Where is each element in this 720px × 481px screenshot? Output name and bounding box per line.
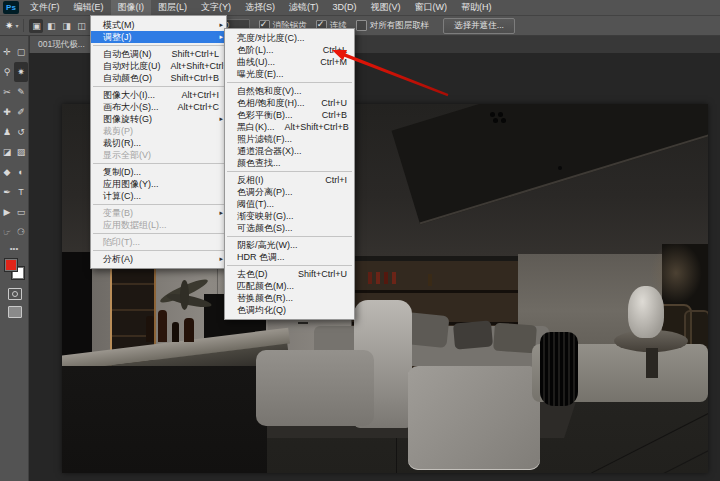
adjustments-submenu-item[interactable]: 曲线(U)... Ctrl+M ▸ [225,56,354,68]
scene-sofa-chaise [256,350,374,426]
photoshop-window: { "app": {"logo_text": "Ps"}, "menubar":… [0,0,720,481]
adjustments-submenu-item[interactable]: 色相/饱和度(H)... Ctrl+U ▸ [225,97,354,109]
adjustments-submenu-item[interactable]: 黑白(K)... Alt+Shift+Ctrl+B ▸ [225,121,354,133]
scene-sofa-pillow [493,323,537,354]
options-checkbox[interactable]: 对所有图层取样 [356,20,430,32]
scene-sofa-pillow [453,320,493,349]
magic-wand-option-icon[interactable]: ✷▾ [5,20,18,31]
new-selection-icon[interactable]: ▣ [29,19,43,33]
magic-wand-tool-icon[interactable]: ✷ [14,62,28,82]
image-menu-item[interactable]: 模式(M) ▸ [91,19,226,31]
adjustments-submenu-item[interactable]: 阴影/高光(W)... ▸ [225,239,354,251]
lasso-tool-icon[interactable]: ⚲ [0,62,14,82]
adjustments-submenu-item[interactable]: HDR 色调... ▸ [225,251,354,263]
menubar-item[interactable]: 图层(L) [151,0,194,15]
eyedropper-tool-icon[interactable]: ✎ [14,82,28,102]
edit-toolbar-icon[interactable]: ••• [0,244,28,253]
menubar-item[interactable]: 视图(V) [364,0,408,15]
menubar-item[interactable]: 编辑(E) [67,0,111,15]
blur-tool-icon[interactable]: ◆ [0,162,14,182]
menu-bar: Ps 文件(F)编辑(E)图像(I)图层(L)文字(Y)选择(S)滤镜(T)3D… [0,0,720,16]
dropdown-caret-icon: ▾ [15,22,18,29]
scene-spotlight [490,112,495,117]
menubar-item[interactable]: 选择(S) [238,0,282,15]
adjustments-submenu-item[interactable]: 自然饱和度(V)... ▸ [225,85,354,97]
image-menu-item[interactable]: 变量(B) ▸ [91,207,226,219]
image-menu-item[interactable]: 分析(A) ▸ [91,253,226,265]
adjustments-submenu-item[interactable]: 通道混合器(X)... ▸ [225,145,354,157]
add-selection-icon[interactable]: ◧ [44,19,58,33]
healing-brush-tool-icon[interactable]: ✚ [0,102,14,122]
image-menu-item[interactable]: 复制(D)... ▸ [91,166,226,178]
menubar-item[interactable]: 帮助(H) [454,0,499,15]
adjustments-submenu-item[interactable]: 阈值(T)... ▸ [225,198,354,210]
submenu-arrow-icon: ▸ [219,207,223,219]
dodge-tool-icon[interactable]: ◐ [14,162,28,182]
scene-spotlight [558,166,562,170]
menubar-item[interactable]: 图像(I) [111,0,152,15]
subtract-selection-icon[interactable]: ◨ [59,19,73,33]
scene-counter-bottle [172,322,179,342]
menubar-item[interactable]: 文件(F) [23,0,67,15]
adjustments-submenu-item[interactable]: 可选颜色(S)... ▸ [225,222,354,234]
adjustments-submenu-item[interactable]: 颜色查找... ▸ [225,157,354,169]
screen-mode-icon[interactable] [8,306,22,318]
image-menu-item[interactable]: 画布大小(S)... Alt+Ctrl+C ▸ [91,101,226,113]
image-menu-item[interactable]: 应用图像(Y)... ▸ [91,178,226,190]
gradient-tool-icon[interactable]: ▨ [14,142,28,162]
photoshop-logo-icon: Ps [3,1,19,14]
image-menu-item[interactable]: 裁剪(P) ▸ [91,125,226,137]
adjustments-submenu-item[interactable]: 曝光度(E)... ▸ [225,68,354,80]
adjustments-submenu-item[interactable]: 色调分离(P)... ▸ [225,186,354,198]
adjustments-submenu-item[interactable]: 色彩平衡(B)... Ctrl+B ▸ [225,109,354,121]
type-tool-icon[interactable]: T [14,182,28,202]
image-menu-item[interactable]: 自动对比度(U) Alt+Shift+Ctrl+L ▸ [91,60,226,72]
image-menu-item[interactable]: 陷印(T)... ▸ [91,236,226,248]
move-tool-icon[interactable]: ✛ [0,42,14,62]
quick-mask-icon[interactable] [8,288,22,300]
image-menu-item[interactable]: 调整(J) ▸ [91,31,226,43]
menubar-item[interactable]: 滤镜(T) [282,0,326,15]
image-menu-item[interactable]: 显示全部(V) ▸ [91,149,226,161]
eraser-tool-icon[interactable]: ◪ [0,142,14,162]
adjustments-submenu-item[interactable]: 匹配颜色(M)... ▸ [225,280,354,292]
adjustments-submenu-item[interactable]: 色阶(L)... Ctrl+L ▸ [225,44,354,56]
image-menu-item[interactable]: 应用数据组(L)... ▸ [91,219,226,231]
adjustments-submenu-item[interactable]: 渐变映射(G)... ▸ [225,210,354,222]
menubar-item[interactable]: 文字(Y) [194,0,238,15]
adjustments-submenu-item[interactable]: 去色(D) Shift+Ctrl+U ▸ [225,268,354,280]
adjustments-submenu-item[interactable]: 反相(I) Ctrl+I ▸ [225,174,354,186]
image-menu-item[interactable]: 自动颜色(O) Shift+Ctrl+B ▸ [91,72,226,84]
image-menu-item[interactable]: 自动色调(N) Shift+Ctrl+L ▸ [91,48,226,60]
zoom-tool-icon[interactable]: ⚆ [14,222,28,242]
submenu-arrow-icon: ▸ [219,113,223,125]
shape-tool-icon[interactable]: ▭ [14,202,28,222]
scene-ribbed-vase [540,332,578,406]
image-menu-item[interactable]: 裁切(R)... ▸ [91,137,226,149]
adjustments-submenu-item[interactable]: 色调均化(Q) ▸ [225,304,354,316]
foreground-color-swatch[interactable] [4,258,18,272]
history-brush-tool-icon[interactable]: ↺ [14,122,28,142]
select-and-mask-button[interactable]: 选择并遮住... [443,18,515,34]
scene-spotlight [501,118,506,123]
submenu-arrow-icon: ▸ [219,253,223,265]
menubar-item[interactable]: 3D(D) [326,0,364,15]
hand-tool-icon[interactable]: ☞ [0,222,14,242]
adjustments-submenu-item[interactable]: 照片滤镜(F)... ▸ [225,133,354,145]
path-select-tool-icon[interactable]: ▶ [0,202,14,222]
image-menu-item[interactable]: 图像旋转(G) ▸ [91,113,226,125]
brush-tool-icon[interactable]: ✐ [14,102,28,122]
menubar-item[interactable]: 窗口(W) [408,0,455,15]
crop-tool-icon[interactable]: ✂ [0,82,14,102]
adjustments-submenu-item[interactable]: 替换颜色(R)... ▸ [225,292,354,304]
clone-stamp-tool-icon[interactable]: ♟ [0,122,14,142]
intersect-selection-icon[interactable]: ◫ [74,19,88,33]
image-menu-item[interactable]: 图像大小(I)... Alt+Ctrl+I ▸ [91,89,226,101]
scene-side-table-leg [646,348,658,378]
scene-spotlight [498,112,503,117]
adjustments-submenu-item[interactable]: 亮度/对比度(C)... ▸ [225,32,354,44]
pen-tool-icon[interactable]: ✒ [0,182,14,202]
scene-table-lamp [628,286,664,338]
image-menu-item[interactable]: 计算(C)... ▸ [91,190,226,202]
marquee-tool-icon[interactable]: ▢ [14,42,28,62]
